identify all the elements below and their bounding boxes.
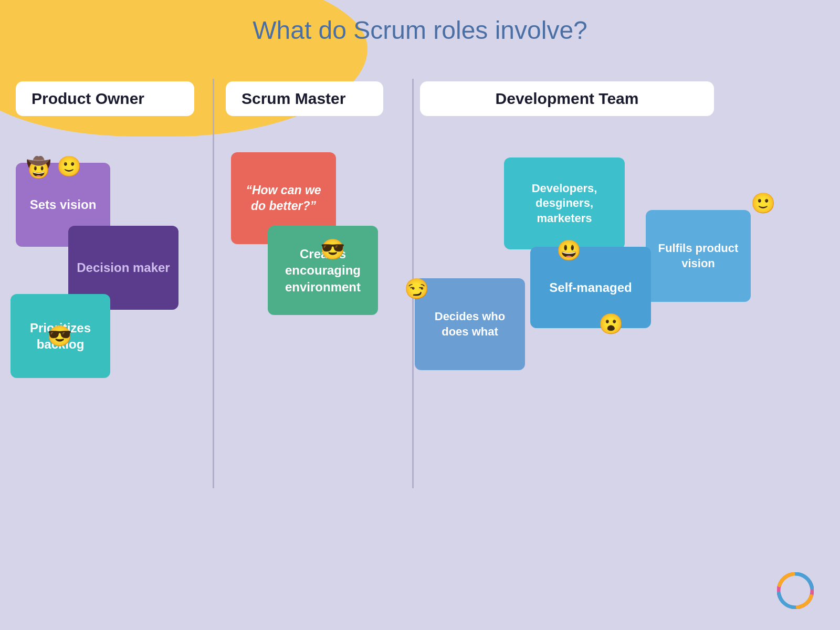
- emoji-smile-1: 🙂: [57, 155, 81, 178]
- emoji-sunglasses-sm: 😎: [320, 238, 345, 261]
- column-header-development-team: Development Team: [420, 81, 714, 116]
- column-header-scrum-master: Scrum Master: [226, 81, 383, 116]
- logo-icon: [777, 572, 814, 609]
- card-fulfils-product-vision: Fulfils product vision: [646, 210, 751, 302]
- emoji-surprised-dt: 😮: [598, 312, 623, 335]
- column-divider-1: [213, 79, 214, 488]
- emoji-happy-dt: 😃: [556, 239, 581, 262]
- emoji-smile-dt2: 🙂: [751, 192, 775, 215]
- column-header-product-owner: Product Owner: [16, 81, 194, 116]
- emoji-sunglasses-po: 😎: [47, 324, 72, 348]
- emoji-wink-dt: 😏: [404, 277, 429, 300]
- card-self-managed: Self-managed: [530, 247, 651, 328]
- card-developers: Developers, desginers, marketers: [504, 158, 625, 249]
- emoji-cowboy: 🤠: [26, 156, 51, 179]
- page-title: What do Scrum roles involve?: [0, 16, 840, 45]
- card-decides-who-does-what: Decides who does what: [415, 278, 525, 370]
